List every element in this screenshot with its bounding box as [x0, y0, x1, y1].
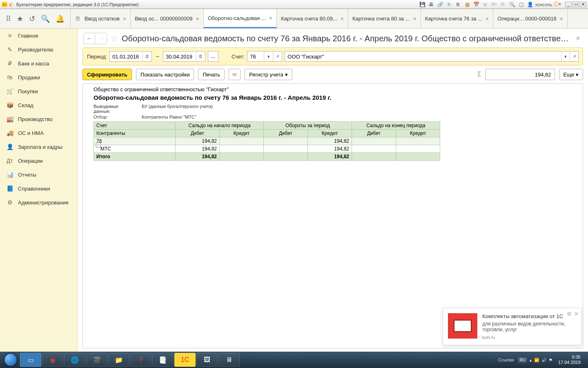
- lang-indicator[interactable]: RU: [518, 357, 527, 363]
- task-button[interactable]: 1C: [174, 353, 196, 367]
- close-icon[interactable]: ✕: [574, 311, 579, 317]
- tab[interactable]: Карточка счета 80.09...×: [277, 9, 348, 28]
- tab[interactable]: Ввод ос... 00000000009×: [131, 9, 203, 28]
- task-button[interactable]: 📑: [152, 353, 174, 367]
- task-button[interactable]: 🖥: [218, 353, 240, 367]
- tab[interactable]: Оборотно-сальдовая ...×: [204, 9, 277, 28]
- sidebar-item[interactable]: ₽Банк и касса: [0, 56, 77, 70]
- m-minus-icon[interactable]: М-: [499, 1, 507, 8]
- star-icon[interactable]: ★: [17, 14, 23, 23]
- calendar-icon[interactable]: 📅: [472, 1, 480, 8]
- tab[interactable]: Операци... 0000-000018×: [493, 9, 568, 28]
- sidebar-item[interactable]: 🏭Производство: [0, 112, 77, 126]
- minimize-button[interactable]: _: [565, 2, 572, 7]
- date-to-input[interactable]: [163, 54, 196, 60]
- sum-input[interactable]: [486, 69, 555, 80]
- sidebar-item[interactable]: 📊Отчеты: [0, 168, 77, 182]
- info-icon[interactable]: ⓘ▾: [554, 1, 561, 8]
- m-icon[interactable]: М: [481, 1, 489, 8]
- account-input[interactable]: [247, 54, 264, 60]
- sidebar-item[interactable]: 🛍Продажи: [0, 70, 77, 84]
- bell-icon[interactable]: 🔔: [56, 14, 65, 23]
- sidebar-item[interactable]: ≡Главное: [0, 29, 77, 43]
- sidebar-item[interactable]: ✎Руководителю: [0, 43, 77, 56]
- sidebar-item[interactable]: 📦Склад: [0, 98, 77, 112]
- more-button[interactable]: Еще ▾: [559, 69, 583, 80]
- notification-popup: ⚙✕ Комплекты автоматизации от 1С для раз…: [443, 308, 581, 345]
- generate-button[interactable]: Сформировать: [82, 69, 132, 80]
- period-label: Период:: [87, 54, 107, 60]
- date-from-input[interactable]: [110, 54, 143, 60]
- gear-icon[interactable]: ⚙: [567, 311, 572, 317]
- file-icon[interactable]: 🗎: [454, 1, 462, 8]
- close-page-button[interactable]: ×: [574, 35, 582, 42]
- sidebar-item[interactable]: 👤Зарплата и кадры: [0, 140, 77, 154]
- sidebar-item[interactable]: 📘Справочники: [0, 182, 77, 195]
- sidebar-item[interactable]: ⚙Администрирование: [0, 195, 77, 209]
- page-title: Оборотно-сальдовая ведомость по счету 76…: [122, 34, 570, 43]
- chevron-down-icon[interactable]: ▾: [264, 52, 273, 61]
- panel-icon[interactable]: ▢: [517, 1, 525, 8]
- task-button[interactable]: 📁: [108, 353, 129, 367]
- task-button[interactable]: ▭: [20, 353, 41, 367]
- chevron-down-icon[interactable]: ▾: [561, 52, 570, 61]
- user-icon[interactable]: 👤: [526, 1, 534, 8]
- nav-back-button[interactable]: ←: [84, 33, 95, 44]
- tray-up-icon[interactable]: ▴: [530, 358, 532, 362]
- row-value: 194,82: [308, 137, 352, 145]
- task-button[interactable]: 🎬: [86, 353, 107, 367]
- col-turn: Обороты за период: [264, 122, 352, 130]
- history-icon[interactable]: ↺: [29, 14, 35, 23]
- collapse-button[interactable]: −: [96, 143, 101, 148]
- refresh-icon[interactable]: ↻: [445, 1, 453, 8]
- sidebar-item[interactable]: 🚚ОС и НМА: [0, 126, 77, 140]
- close-icon[interactable]: ×: [196, 16, 199, 22]
- nav-forward-button[interactable]: →: [95, 33, 107, 44]
- close-icon[interactable]: ×: [269, 15, 272, 21]
- close-button[interactable]: ✕: [580, 2, 586, 7]
- apps-icon[interactable]: ⠿: [6, 14, 11, 23]
- calendar-icon[interactable]: 🗓: [196, 52, 205, 61]
- dropdown-icon[interactable]: ◐: [9, 2, 13, 7]
- calc-icon[interactable]: ▦: [463, 1, 471, 8]
- task-button[interactable]: Y: [130, 353, 151, 367]
- links-label[interactable]: Ссылки: [498, 357, 518, 362]
- close-icon[interactable]: ×: [486, 16, 489, 22]
- email-button[interactable]: ✉: [229, 69, 241, 80]
- search-icon[interactable]: 🔍: [41, 14, 50, 23]
- clock[interactable]: 9:35 17.04.2019: [555, 355, 584, 365]
- task-button[interactable]: 🖼: [196, 353, 218, 367]
- close-icon[interactable]: ×: [413, 16, 416, 22]
- close-icon[interactable]: ×: [341, 16, 344, 22]
- link-icon[interactable]: 🔗: [437, 1, 444, 8]
- row-value: [396, 153, 440, 161]
- save-icon[interactable]: 💾: [419, 1, 426, 8]
- period-picker-button[interactable]: ...: [208, 51, 218, 62]
- tab[interactable]: Карточка счета 76 за ...×: [421, 9, 494, 28]
- maximize-button[interactable]: ▭: [572, 2, 579, 7]
- open-icon[interactable]: ↗: [273, 52, 282, 61]
- print-button[interactable]: Печать: [198, 69, 225, 80]
- org-input[interactable]: [285, 54, 561, 60]
- sidebar-item[interactable]: ДтОперации: [0, 154, 77, 168]
- tab[interactable]: Карточка счета 80 за ...×: [348, 9, 421, 28]
- tab[interactable]: 🖹Ввод остатков×: [70, 9, 131, 28]
- task-button[interactable]: 🌐: [64, 353, 85, 367]
- volume-icon[interactable]: 🔊: [541, 358, 546, 362]
- m-plus-icon[interactable]: М+: [490, 1, 498, 8]
- register-button[interactable]: Регистр учета ▾: [245, 69, 292, 80]
- start-button[interactable]: [2, 352, 20, 367]
- print-icon[interactable]: 🖶: [428, 1, 435, 8]
- task-button[interactable]: ◉: [42, 353, 63, 367]
- calendar-icon[interactable]: 🗓: [143, 52, 151, 61]
- user-name: консоль: [535, 2, 552, 7]
- sidebar-item[interactable]: 🛒Покупки: [0, 84, 77, 98]
- close-icon[interactable]: ×: [123, 16, 126, 22]
- open-icon[interactable]: ↗: [570, 52, 578, 61]
- close-icon[interactable]: ×: [560, 16, 563, 22]
- flag-icon[interactable]: ⚑: [549, 358, 552, 362]
- settings-button[interactable]: Показать настройки: [136, 69, 194, 80]
- wifi-icon[interactable]: 📶: [534, 358, 539, 362]
- favorite-icon[interactable]: ☆: [110, 33, 118, 44]
- zoom-icon[interactable]: 🔍: [508, 1, 516, 8]
